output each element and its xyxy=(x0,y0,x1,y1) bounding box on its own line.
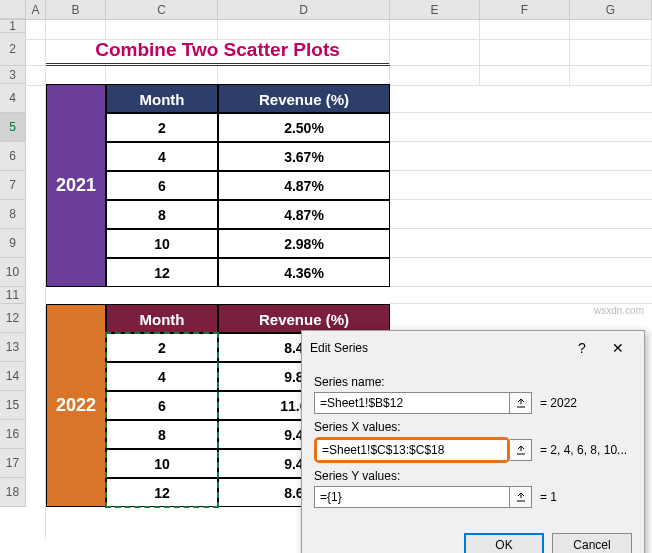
cell-month[interactable]: 2 xyxy=(106,113,218,142)
series-y-input[interactable] xyxy=(314,486,510,508)
series-x-result: = 2, 4, 6, 8, 10... xyxy=(540,443,632,457)
dialog-title: Edit Series xyxy=(310,341,564,355)
series-name-label: Series name: xyxy=(314,375,632,389)
dialog-titlebar[interactable]: Edit Series ? ✕ xyxy=(302,331,644,365)
table-2021: 2021 Month Revenue (%) 2 2.50% 4 3.67% 6… xyxy=(46,84,390,287)
col-header-F[interactable]: F xyxy=(480,0,570,19)
year-cell-2022[interactable]: 2022 xyxy=(46,304,106,507)
spreadsheet-grid: A B C D E F G 1 2 Combine Two Scatter Pl… xyxy=(0,0,652,84)
cell-month[interactable]: 2 xyxy=(106,333,218,362)
help-button[interactable]: ? xyxy=(564,337,600,359)
cell-revenue[interactable]: 3.67% xyxy=(218,142,390,171)
row-header-9[interactable]: 9 xyxy=(0,229,26,258)
row-header-12[interactable]: 12 xyxy=(0,304,26,333)
col-header-E[interactable]: E xyxy=(390,0,480,19)
col-header-G[interactable]: G xyxy=(570,0,652,19)
series-name-result: = 2022 xyxy=(540,396,632,410)
row-header-14[interactable]: 14 xyxy=(0,362,26,391)
row-header-6[interactable]: 6 xyxy=(0,142,26,171)
cell-month[interactable]: 6 xyxy=(106,171,218,200)
cancel-button[interactable]: Cancel xyxy=(552,533,632,553)
page-title[interactable]: Combine Two Scatter Plots xyxy=(46,33,390,66)
header-revenue-2022[interactable]: Revenue (%) xyxy=(218,304,390,333)
cell-month[interactable]: 4 xyxy=(106,142,218,171)
row-header-16[interactable]: 16 xyxy=(0,420,26,449)
collapse-range-icon[interactable] xyxy=(510,392,532,414)
cell-revenue[interactable]: 4.87% xyxy=(218,200,390,229)
collapse-range-icon[interactable] xyxy=(510,439,532,461)
ok-button[interactable]: OK xyxy=(464,533,544,553)
row-header-17[interactable]: 17 xyxy=(0,449,26,478)
row-header-13[interactable]: 13 xyxy=(0,333,26,362)
header-revenue-2021[interactable]: Revenue (%) xyxy=(218,84,390,113)
highlight-box xyxy=(314,437,510,463)
edit-series-dialog: Edit Series ? ✕ Series name: = 2022 Seri… xyxy=(301,330,645,553)
row-header-11[interactable]: 11 xyxy=(0,287,26,304)
col-header-B[interactable]: B xyxy=(46,0,106,19)
row-header-4[interactable]: 4 xyxy=(0,84,26,113)
col-header-D[interactable]: D xyxy=(218,0,390,19)
header-month-2022[interactable]: Month xyxy=(106,304,218,333)
cell-revenue[interactable]: 2.98% xyxy=(218,229,390,258)
row-header-5[interactable]: 5 xyxy=(0,113,26,142)
close-button[interactable]: ✕ xyxy=(600,337,636,359)
cell-month[interactable]: 10 xyxy=(106,229,218,258)
cell-month[interactable]: 10 xyxy=(106,449,218,478)
row-header-1[interactable]: 1 xyxy=(0,20,26,33)
watermark: wsxdn.com xyxy=(594,305,644,316)
series-x-label: Series X values: xyxy=(314,420,632,434)
cell-revenue[interactable]: 2.50% xyxy=(218,113,390,142)
row-header-10[interactable]: 10 xyxy=(0,258,26,287)
row-header-7[interactable]: 7 xyxy=(0,171,26,200)
col-header-C[interactable]: C xyxy=(106,0,218,19)
row-header-15[interactable]: 15 xyxy=(0,391,26,420)
row-header-18[interactable]: 18 xyxy=(0,478,26,507)
cell-month[interactable]: 8 xyxy=(106,420,218,449)
cell-month[interactable]: 12 xyxy=(106,478,218,507)
year-cell-2021[interactable]: 2021 xyxy=(46,84,106,287)
row-header-3[interactable]: 3 xyxy=(0,66,26,84)
series-x-input[interactable] xyxy=(317,440,507,460)
collapse-range-icon[interactable] xyxy=(510,486,532,508)
row-header-2[interactable]: 2 xyxy=(0,33,26,66)
col-header-A[interactable]: A xyxy=(26,0,46,19)
cell-month[interactable]: 8 xyxy=(106,200,218,229)
select-all-corner[interactable] xyxy=(0,0,26,19)
header-month-2021[interactable]: Month xyxy=(106,84,218,113)
cell-revenue[interactable]: 4.36% xyxy=(218,258,390,287)
series-name-input[interactable] xyxy=(314,392,510,414)
cell-month[interactable]: 4 xyxy=(106,362,218,391)
series-y-result: = 1 xyxy=(540,490,632,504)
series-y-label: Series Y values: xyxy=(314,469,632,483)
cell-revenue[interactable]: 4.87% xyxy=(218,171,390,200)
column-headers: A B C D E F G xyxy=(0,0,652,20)
cell-month[interactable]: 12 xyxy=(106,258,218,287)
row-header-8[interactable]: 8 xyxy=(0,200,26,229)
cell-month[interactable]: 6 xyxy=(106,391,218,420)
